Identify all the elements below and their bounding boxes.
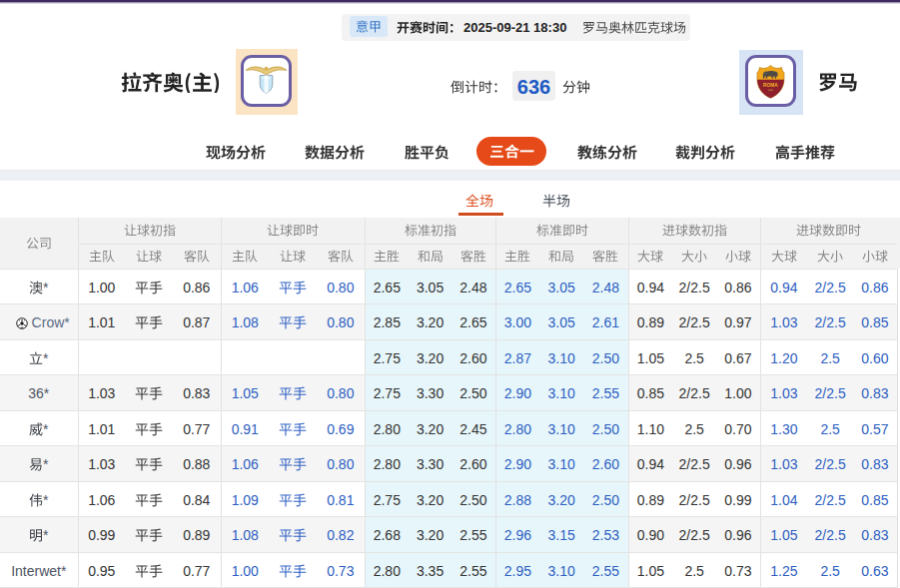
svg-text:ROMA: ROMA	[763, 83, 778, 88]
